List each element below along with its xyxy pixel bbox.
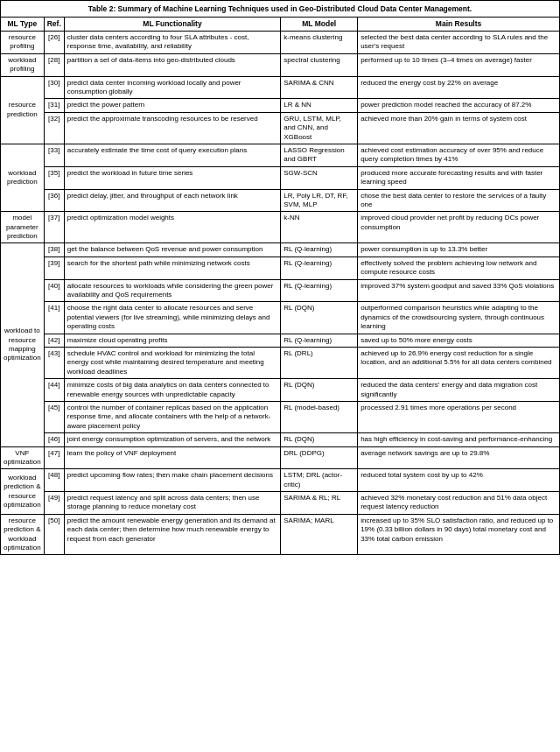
cell-ref: [46] — [44, 433, 64, 446]
cell-ref: [39] — [44, 257, 64, 279]
cell-model: RL (DQN) — [281, 302, 358, 334]
table-row: [31]predict the power patternLR & NNpowe… — [1, 99, 560, 112]
cell-functionality: joint energy consumption optimization of… — [64, 433, 281, 446]
table-row: [32]predict the approximate transcoding … — [1, 112, 560, 144]
cell-results: achieved 32% monetary cost reduction and… — [358, 492, 560, 515]
cell-ref: [44] — [44, 379, 64, 402]
cell-ref: [49] — [44, 492, 64, 515]
cell-ref: [31] — [44, 99, 64, 112]
cell-functionality: predict the amount renewable energy gene… — [64, 514, 281, 555]
cell-ref: [47] — [44, 446, 64, 469]
cell-ref: [35] — [44, 166, 64, 189]
cell-ml-type: resource prediction & workload optimizat… — [1, 514, 45, 555]
cell-results: selected the best data center according … — [358, 32, 560, 54]
col-model: ML Model — [281, 18, 358, 32]
col-results: Main Results — [358, 18, 560, 32]
cell-results: achieved more than 20% gain in terms of … — [358, 112, 560, 144]
cell-model: SARIMA; MARL — [281, 514, 358, 555]
table-row: [36]predict delay, jitter, and throughpu… — [1, 189, 560, 212]
cell-functionality: control the number of container replicas… — [64, 401, 281, 432]
cell-ref: [40] — [44, 279, 64, 302]
cell-functionality: predict data center incoming workload lo… — [64, 76, 281, 99]
cell-results: has high efficiency in cost-saving and p… — [358, 433, 560, 446]
cell-model: SARIMA & CNN — [281, 76, 358, 99]
table-row: [41]choose the right data center to allo… — [1, 302, 560, 334]
cell-model: RL (DRL) — [281, 347, 358, 378]
cell-ref: [37] — [44, 212, 64, 243]
cell-ref: [36] — [44, 189, 64, 212]
cell-ml-type: workload prediction & resource optimizat… — [1, 469, 45, 515]
table-row: model parameter prediction[37]predict op… — [1, 212, 560, 243]
cell-functionality: predict the power pattern — [64, 99, 281, 112]
table-row: [39]search for the shortest path while m… — [1, 257, 560, 279]
cell-model: RL (Q-learning) — [281, 243, 358, 257]
cell-functionality: predict optimization model weights — [64, 212, 281, 243]
cell-results: average network savings are up to 29.8% — [358, 446, 560, 469]
cell-model: RL (model-based) — [281, 401, 358, 432]
table-row: resource prediction[30]predict data cent… — [1, 76, 560, 99]
cell-model: LR & NN — [281, 99, 358, 112]
cell-functionality: partition a set of data-items into geo-d… — [64, 53, 281, 76]
table-row: VNF optimization[47]learn the policy of … — [1, 446, 560, 469]
cell-functionality: allocate resources to workloads while co… — [64, 279, 281, 302]
table-row: workload prediction & resource optimizat… — [1, 469, 560, 492]
cell-ml-type: workload profiling — [1, 53, 45, 76]
cell-ref: [33] — [44, 144, 64, 166]
table-header-row: ML Type Ref. ML Functionality ML Model M… — [1, 18, 560, 32]
cell-results: achieved cost estimation accuracy of ove… — [358, 144, 560, 166]
cell-functionality: learn the policy of VNF deployment — [64, 446, 281, 469]
cell-results: performed up to 10 times (3–4 times on a… — [358, 53, 560, 76]
cell-ml-type: workload to resource mapping optimizatio… — [1, 243, 45, 446]
cell-results: increased up to 35% SLO satisfaction rat… — [358, 514, 560, 555]
cell-functionality: predict the workload in future time seri… — [64, 166, 281, 189]
col-ref: Ref. — [44, 18, 64, 32]
cell-ref: [43] — [44, 347, 64, 378]
cell-model: LR, Poly LR, DT, RF, SVM, MLP — [281, 189, 358, 212]
table-row: [44]minimize costs of big data analytics… — [1, 379, 560, 402]
cell-functionality: schedule HVAC control and workload for m… — [64, 347, 281, 378]
table-row: resource prediction & workload optimizat… — [1, 514, 560, 555]
cell-results: processed 2.91 times more operations per… — [358, 401, 560, 432]
table-row: workload to resource mapping optimizatio… — [1, 243, 560, 257]
cell-results: reduced the data centers' energy and dat… — [358, 379, 560, 402]
cell-ml-type: resource profiling — [1, 32, 45, 54]
cell-functionality: get the balance between QoS revenue and … — [64, 243, 281, 257]
cell-results: produced more accurate forecasting resul… — [358, 166, 560, 189]
table-row: [40]allocate resources to workloads whil… — [1, 279, 560, 302]
cell-ref: [41] — [44, 302, 64, 334]
table-row: [49]predict request latency and split ac… — [1, 492, 560, 515]
cell-results: outperformed comparison heuristics while… — [358, 302, 560, 334]
cell-ml-type: VNF optimization — [1, 446, 45, 469]
cell-model: GRU, LSTM, MLP, and CNN, and XGBoost — [281, 112, 358, 144]
cell-ref: [28] — [44, 53, 64, 76]
cell-ref: [26] — [44, 32, 64, 54]
cell-model: RL (Q-learning) — [281, 334, 358, 347]
cell-results: reduced total system cost by up to 42% — [358, 469, 560, 492]
cell-ref: [50] — [44, 514, 64, 555]
cell-model: LASSO Regression and GBRT — [281, 144, 358, 166]
cell-functionality: cluster data centers according to four S… — [64, 32, 281, 54]
table-row: resource profiling[26]cluster data cente… — [1, 32, 560, 54]
table-row: [35]predict the workload in future time … — [1, 166, 560, 189]
cell-model: SARIMA & RL; RL — [281, 492, 358, 515]
cell-ref: [48] — [44, 469, 64, 492]
table-title: Table 2: Summary of Machine Learning Tec… — [0, 0, 560, 17]
cell-results: improved 37% system goodput and saved 33… — [358, 279, 560, 302]
cell-ref: [45] — [44, 401, 64, 432]
cell-model: RL (DQN) — [281, 433, 358, 446]
main-table: ML Type Ref. ML Functionality ML Model M… — [0, 17, 560, 555]
cell-model: k-means clustering — [281, 32, 358, 54]
cell-results: achieved up to 26.9% energy cost reducti… — [358, 347, 560, 378]
cell-functionality: minimize costs of big data analytics on … — [64, 379, 281, 402]
cell-model: RL (DQN) — [281, 379, 358, 402]
col-functionality: ML Functionality — [64, 18, 281, 32]
cell-functionality: predict upcoming flow rates; then make c… — [64, 469, 281, 492]
cell-model: RL (Q-learning) — [281, 279, 358, 302]
cell-ref: [42] — [44, 334, 64, 347]
table-row: [45]control the number of container repl… — [1, 401, 560, 432]
cell-results: power prediction model reached the accur… — [358, 99, 560, 112]
cell-functionality: accurately estimate the time cost of que… — [64, 144, 281, 166]
table-row: [43]schedule HVAC control and workload f… — [1, 347, 560, 378]
cell-ml-type: model parameter prediction — [1, 212, 45, 243]
cell-ref: [30] — [44, 76, 64, 99]
